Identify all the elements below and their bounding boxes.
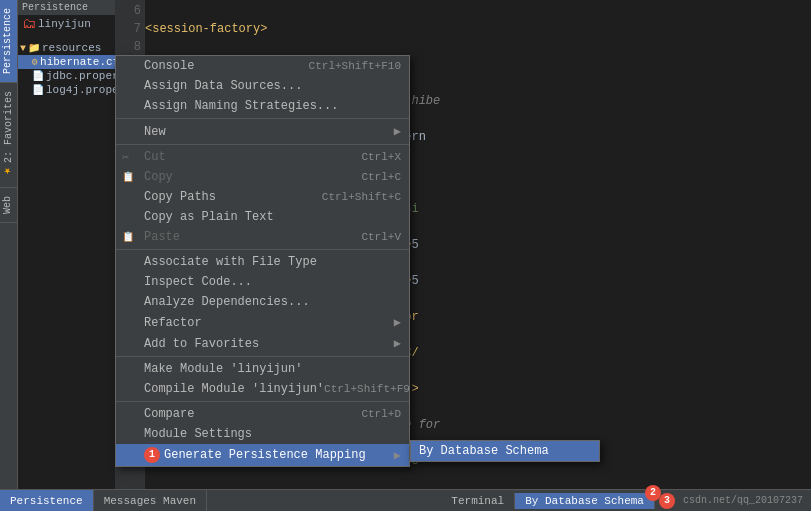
tree-item-jdbc[interactable]: 📄 jdbc.properties — [18, 69, 115, 83]
menu-item-compile-module[interactable]: Compile Module 'linyijun' Ctrl+Shift+F9 — [116, 379, 409, 399]
prop-file-icon: 📄 — [32, 70, 44, 82]
favorites-arrow: ▶ — [394, 336, 401, 351]
arrow-icon: ▼ — [20, 43, 26, 54]
menu-item-module-settings[interactable]: Module Settings — [116, 424, 409, 444]
menu-item-assign-naming[interactable]: Assign Naming Strategies... — [116, 96, 409, 116]
marker2-container: By Database Schema 2 — [515, 493, 655, 509]
separator-2 — [116, 144, 409, 145]
file-tree: ▼ 📁 resources ⚙ hibernate.cfg.xml 📄 jdbc… — [18, 41, 115, 97]
menu-item-refactor[interactable]: Refactor ▶ — [116, 312, 409, 333]
log-file-icon: 📄 — [32, 84, 44, 96]
marker-3: 3 — [659, 493, 675, 509]
tab-messages-maven[interactable]: Messages Maven — [94, 490, 207, 511]
submenu-generate-persistence: By Database Schema — [410, 440, 600, 462]
submenu-item-by-db-schema[interactable]: By Database Schema — [411, 441, 599, 461]
tab-by-database[interactable]: By Database Schema — [515, 493, 655, 509]
menu-item-cut[interactable]: ✂ Cut Ctrl+X — [116, 147, 409, 167]
status-bar: Persistence Messages Maven Terminal By D… — [0, 489, 811, 511]
xml-file-icon: ⚙ — [32, 56, 38, 68]
status-right: Terminal By Database Schema 2 3 csdn.net… — [441, 493, 811, 509]
separator-1 — [116, 118, 409, 119]
vtab-web[interactable]: Web — [0, 188, 17, 223]
tab-persistence-bottom[interactable]: Persistence — [0, 490, 94, 511]
context-menu: Console Ctrl+Shift+F10 Assign Data Sourc… — [115, 55, 410, 467]
vtab-favorites[interactable]: ★ 2: Favorites — [0, 83, 17, 188]
persistence-tree-root[interactable]: 🗂 linyijun — [18, 15, 115, 33]
menu-item-new[interactable]: New ▶ — [116, 121, 409, 142]
menu-item-assign-data[interactable]: Assign Data Sources... — [116, 76, 409, 96]
menu-item-copy[interactable]: 📋 Copy Ctrl+C — [116, 167, 409, 187]
folder-icon: 📁 — [28, 42, 40, 54]
copy-icon: 📋 — [122, 171, 134, 183]
marker-1: 1 — [144, 447, 160, 463]
tree-item-hibernate[interactable]: ⚙ hibernate.cfg.xml — [18, 55, 115, 69]
persistence-icon: 🗂 — [22, 16, 36, 32]
menu-item-compare[interactable]: Compare Ctrl+D — [116, 404, 409, 424]
tree-item-resources[interactable]: ▼ 📁 resources — [18, 41, 115, 55]
menu-item-inspect[interactable]: Inspect Code... — [116, 272, 409, 292]
vtab-persistence[interactable]: Persistence — [0, 0, 17, 83]
file-tree-panel: Persistence 🗂 linyijun ▼ 📁 resources ⚙ h… — [18, 0, 115, 489]
menu-item-analyze[interactable]: Analyze Dependencies... — [116, 292, 409, 312]
tree-item-log4j[interactable]: 📄 log4j.properties — [18, 83, 115, 97]
separator-5 — [116, 401, 409, 402]
menu-item-copy-plain[interactable]: Copy as Plain Text — [116, 207, 409, 227]
persistence-header: Persistence — [18, 0, 115, 15]
paste-icon: 📋 — [122, 231, 134, 243]
menu-item-make-module[interactable]: Make Module 'linyijun' — [116, 359, 409, 379]
new-arrow: ▶ — [394, 124, 401, 139]
menu-item-copy-paths[interactable]: Copy Paths Ctrl+Shift+C — [116, 187, 409, 207]
menu-item-generate-persistence[interactable]: 1 Generate Persistence Mapping ▶ — [116, 444, 409, 466]
menu-item-add-favorites[interactable]: Add to Favorites ▶ — [116, 333, 409, 354]
cut-icon: ✂ — [122, 150, 129, 165]
menu-item-console[interactable]: Console Ctrl+Shift+F10 — [116, 56, 409, 76]
watermark: csdn.net/qq_20107237 — [683, 495, 803, 506]
menu-item-paste[interactable]: 📋 Paste Ctrl+V — [116, 227, 409, 247]
tab-terminal[interactable]: Terminal — [441, 493, 515, 509]
gen-persistence-arrow: ▶ — [394, 448, 401, 463]
separator-3 — [116, 249, 409, 250]
menu-item-associate[interactable]: Associate with File Type — [116, 252, 409, 272]
refactor-arrow: ▶ — [394, 315, 401, 330]
separator-4 — [116, 356, 409, 357]
vertical-tabs-left: Persistence ★ 2: Favorites Web — [0, 0, 18, 489]
